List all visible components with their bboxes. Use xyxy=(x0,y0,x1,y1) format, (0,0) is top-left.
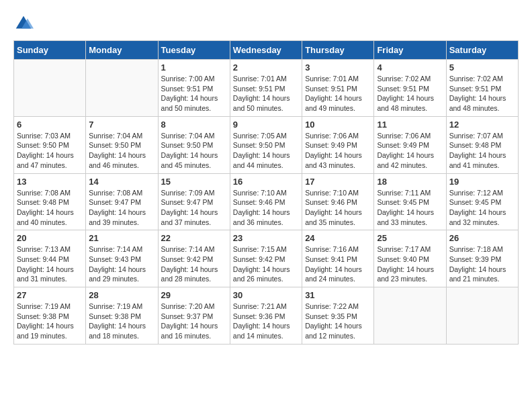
day-number: 7 xyxy=(89,120,154,130)
logo xyxy=(13,13,36,34)
day-info: Sunrise: 7:04 AM Sunset: 9:50 PM Dayligh… xyxy=(161,131,227,171)
day-of-week-header: Monday xyxy=(86,41,158,60)
day-info: Sunrise: 7:06 AM Sunset: 9:49 PM Dayligh… xyxy=(305,131,371,171)
day-number: 12 xyxy=(449,120,515,130)
calendar-cell: 18Sunrise: 7:11 AM Sunset: 9:45 PM Dayli… xyxy=(374,173,446,230)
day-number: 5 xyxy=(449,62,515,73)
day-number: 28 xyxy=(89,290,154,300)
day-number: 3 xyxy=(305,62,371,73)
calendar-cell: 31Sunrise: 7:22 AM Sunset: 9:35 PM Dayli… xyxy=(302,287,374,345)
day-info: Sunrise: 7:13 AM Sunset: 9:44 PM Dayligh… xyxy=(17,244,83,284)
day-number: 14 xyxy=(89,177,154,187)
day-number: 26 xyxy=(449,233,515,243)
day-info: Sunrise: 7:00 AM Sunset: 9:51 PM Dayligh… xyxy=(161,74,227,113)
day-info: Sunrise: 7:10 AM Sunset: 9:46 PM Dayligh… xyxy=(305,188,371,228)
day-info: Sunrise: 7:09 AM Sunset: 9:47 PM Dayligh… xyxy=(161,188,227,228)
calendar-cell: 28Sunrise: 7:19 AM Sunset: 9:38 PM Dayli… xyxy=(86,287,158,345)
day-info: Sunrise: 7:20 AM Sunset: 9:37 PM Dayligh… xyxy=(161,302,227,341)
calendar-cell: 1Sunrise: 7:00 AM Sunset: 9:51 PM Daylig… xyxy=(158,60,230,117)
calendar-cell: 10Sunrise: 7:06 AM Sunset: 9:49 PM Dayli… xyxy=(302,116,374,173)
calendar-cell: 21Sunrise: 7:14 AM Sunset: 9:43 PM Dayli… xyxy=(86,230,158,287)
calendar-cell: 4Sunrise: 7:02 AM Sunset: 9:51 PM Daylig… xyxy=(374,60,446,117)
day-info: Sunrise: 7:19 AM Sunset: 9:38 PM Dayligh… xyxy=(89,302,154,341)
calendar-cell: 24Sunrise: 7:16 AM Sunset: 9:41 PM Dayli… xyxy=(302,230,374,287)
calendar-cell: 2Sunrise: 7:01 AM Sunset: 9:51 PM Daylig… xyxy=(230,60,302,117)
calendar-cell: 20Sunrise: 7:13 AM Sunset: 9:44 PM Dayli… xyxy=(14,230,86,287)
calendar-cell: 7Sunrise: 7:04 AM Sunset: 9:50 PM Daylig… xyxy=(86,116,158,173)
calendar-cell: 25Sunrise: 7:17 AM Sunset: 9:40 PM Dayli… xyxy=(374,230,446,287)
day-number: 8 xyxy=(161,120,227,130)
calendar-cell: 23Sunrise: 7:15 AM Sunset: 9:42 PM Dayli… xyxy=(230,230,302,287)
calendar-cell xyxy=(86,60,158,117)
day-number: 19 xyxy=(449,177,515,187)
day-number: 16 xyxy=(233,177,299,187)
day-info: Sunrise: 7:07 AM Sunset: 9:48 PM Dayligh… xyxy=(449,131,515,171)
day-of-week-header: Friday xyxy=(374,41,446,60)
day-of-week-header: Saturday xyxy=(446,41,518,60)
calendar-cell: 30Sunrise: 7:21 AM Sunset: 9:36 PM Dayli… xyxy=(230,287,302,345)
day-info: Sunrise: 7:02 AM Sunset: 9:51 PM Dayligh… xyxy=(377,74,443,113)
calendar-cell: 19Sunrise: 7:12 AM Sunset: 9:45 PM Dayli… xyxy=(446,173,518,230)
day-number: 4 xyxy=(377,62,443,73)
calendar-cell xyxy=(14,60,86,117)
day-number: 2 xyxy=(233,62,299,73)
day-info: Sunrise: 7:08 AM Sunset: 9:47 PM Dayligh… xyxy=(89,188,154,228)
day-info: Sunrise: 7:17 AM Sunset: 9:40 PM Dayligh… xyxy=(377,244,443,284)
calendar-cell: 3Sunrise: 7:01 AM Sunset: 9:51 PM Daylig… xyxy=(302,60,374,117)
calendar-cell: 29Sunrise: 7:20 AM Sunset: 9:37 PM Dayli… xyxy=(158,287,230,345)
day-info: Sunrise: 7:05 AM Sunset: 9:50 PM Dayligh… xyxy=(233,131,299,171)
day-info: Sunrise: 7:06 AM Sunset: 9:49 PM Dayligh… xyxy=(377,131,443,171)
day-info: Sunrise: 7:12 AM Sunset: 9:45 PM Dayligh… xyxy=(449,188,515,228)
day-info: Sunrise: 7:11 AM Sunset: 9:45 PM Dayligh… xyxy=(377,188,443,228)
day-number: 13 xyxy=(17,177,83,187)
day-info: Sunrise: 7:04 AM Sunset: 9:50 PM Dayligh… xyxy=(89,131,154,171)
day-info: Sunrise: 7:03 AM Sunset: 9:50 PM Dayligh… xyxy=(17,131,83,171)
day-number: 30 xyxy=(233,290,299,300)
day-number: 15 xyxy=(161,177,227,187)
day-number: 22 xyxy=(161,233,227,243)
day-number: 29 xyxy=(161,290,227,300)
calendar-week-row: 6Sunrise: 7:03 AM Sunset: 9:50 PM Daylig… xyxy=(14,116,519,173)
day-number: 27 xyxy=(17,290,83,300)
day-info: Sunrise: 7:16 AM Sunset: 9:41 PM Dayligh… xyxy=(305,244,371,284)
day-info: Sunrise: 7:15 AM Sunset: 9:42 PM Dayligh… xyxy=(233,244,299,284)
calendar-table: SundayMondayTuesdayWednesdayThursdayFrid… xyxy=(13,40,519,345)
calendar-week-row: 13Sunrise: 7:08 AM Sunset: 9:48 PM Dayli… xyxy=(14,173,519,230)
day-number: 25 xyxy=(377,233,443,243)
day-info: Sunrise: 7:22 AM Sunset: 9:35 PM Dayligh… xyxy=(305,302,371,341)
calendar-cell: 11Sunrise: 7:06 AM Sunset: 9:49 PM Dayli… xyxy=(374,116,446,173)
day-number: 21 xyxy=(89,233,154,243)
calendar-week-row: 1Sunrise: 7:00 AM Sunset: 9:51 PM Daylig… xyxy=(14,60,519,117)
calendar-cell: 16Sunrise: 7:10 AM Sunset: 9:46 PM Dayli… xyxy=(230,173,302,230)
calendar-cell: 5Sunrise: 7:02 AM Sunset: 9:51 PM Daylig… xyxy=(446,60,518,117)
calendar-week-row: 20Sunrise: 7:13 AM Sunset: 9:44 PM Dayli… xyxy=(14,230,519,287)
day-info: Sunrise: 7:01 AM Sunset: 9:51 PM Dayligh… xyxy=(305,74,371,113)
calendar-cell: 6Sunrise: 7:03 AM Sunset: 9:50 PM Daylig… xyxy=(14,116,86,173)
calendar-cell xyxy=(446,287,518,345)
day-info: Sunrise: 7:10 AM Sunset: 9:46 PM Dayligh… xyxy=(233,188,299,228)
day-info: Sunrise: 7:19 AM Sunset: 9:38 PM Dayligh… xyxy=(17,302,83,341)
day-info: Sunrise: 7:01 AM Sunset: 9:51 PM Dayligh… xyxy=(233,74,299,113)
day-number: 24 xyxy=(305,233,371,243)
calendar-cell: 13Sunrise: 7:08 AM Sunset: 9:48 PM Dayli… xyxy=(14,173,86,230)
day-info: Sunrise: 7:02 AM Sunset: 9:51 PM Dayligh… xyxy=(449,74,515,113)
day-info: Sunrise: 7:21 AM Sunset: 9:36 PM Dayligh… xyxy=(233,302,299,341)
day-info: Sunrise: 7:14 AM Sunset: 9:42 PM Dayligh… xyxy=(161,244,227,284)
day-of-week-header: Sunday xyxy=(14,41,86,60)
day-of-week-header: Tuesday xyxy=(158,41,230,60)
calendar-cell: 12Sunrise: 7:07 AM Sunset: 9:48 PM Dayli… xyxy=(446,116,518,173)
calendar-cell: 17Sunrise: 7:10 AM Sunset: 9:46 PM Dayli… xyxy=(302,173,374,230)
day-number: 18 xyxy=(377,177,443,187)
day-of-week-header: Wednesday xyxy=(230,41,302,60)
calendar-cell: 26Sunrise: 7:18 AM Sunset: 9:39 PM Dayli… xyxy=(446,230,518,287)
calendar-week-row: 27Sunrise: 7:19 AM Sunset: 9:38 PM Dayli… xyxy=(14,287,519,345)
calendar-cell: 22Sunrise: 7:14 AM Sunset: 9:42 PM Dayli… xyxy=(158,230,230,287)
day-of-week-header: Thursday xyxy=(302,41,374,60)
day-number: 10 xyxy=(305,120,371,130)
day-number: 23 xyxy=(233,233,299,243)
day-number: 31 xyxy=(305,290,371,300)
day-number: 11 xyxy=(377,120,443,130)
page-header xyxy=(13,13,519,34)
calendar-cell xyxy=(374,287,446,345)
calendar-cell: 14Sunrise: 7:08 AM Sunset: 9:47 PM Dayli… xyxy=(86,173,158,230)
